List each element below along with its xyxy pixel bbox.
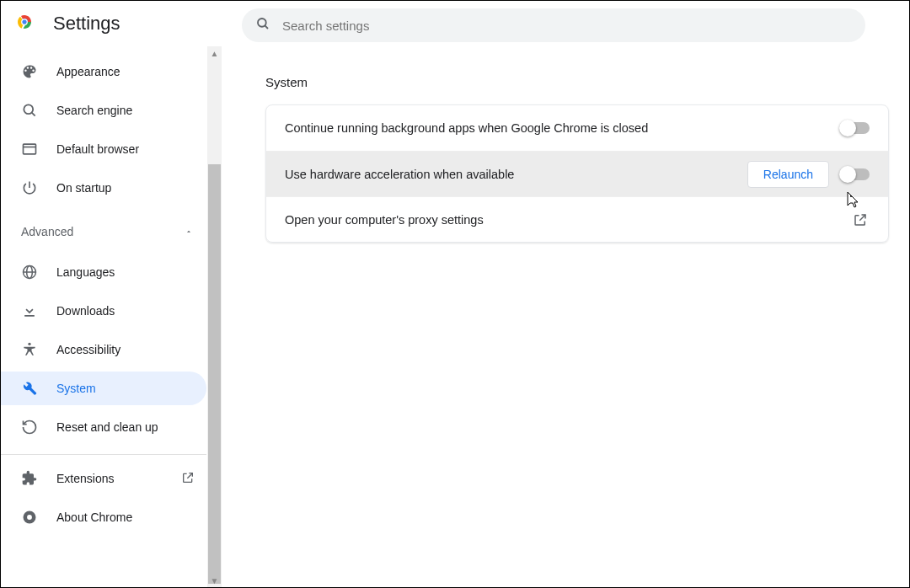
sidebar-section-label: Advanced <box>21 225 73 238</box>
toggle-background-apps[interactable] <box>841 122 870 134</box>
toggle-hardware-accel[interactable] <box>841 168 870 180</box>
scroll-up-icon[interactable]: ▲ <box>207 46 222 60</box>
svg-point-5 <box>24 104 33 114</box>
sidebar-item-appearance[interactable]: Appearance <box>1 55 206 88</box>
extension-icon <box>21 470 38 487</box>
scrollbar-thumb[interactable] <box>208 164 221 584</box>
sidebar-item-label: Search engine <box>56 104 132 117</box>
sidebar-item-label: Appearance <box>56 65 120 78</box>
chrome-logo-icon <box>14 12 35 35</box>
scroll-down-icon[interactable]: ▼ <box>207 574 222 587</box>
browser-icon <box>21 141 38 158</box>
settings-card: Continue running background apps when Go… <box>265 104 889 243</box>
sidebar-item-label: System <box>56 382 96 395</box>
sidebar-item-reset[interactable]: Reset and clean up <box>1 410 206 444</box>
chevron-up-icon <box>185 225 193 238</box>
search-icon <box>255 16 270 35</box>
section-title: System <box>265 75 889 89</box>
open-external-icon <box>181 471 195 487</box>
search-input[interactable] <box>282 19 852 33</box>
sidebar-item-accessibility[interactable]: Accessibility <box>1 333 206 366</box>
svg-line-4 <box>265 25 268 29</box>
sidebar-item-default-browser[interactable]: Default browser <box>1 132 206 166</box>
toggle-knob <box>839 120 856 136</box>
sidebar-scrollbar[interactable]: ▲ ▼ <box>207 46 222 587</box>
sidebar-item-extensions[interactable]: Extensions <box>1 462 206 495</box>
relaunch-button[interactable]: Relaunch <box>747 161 829 188</box>
search-icon <box>21 102 38 119</box>
row-hardware-accel: Use hardware acceleration when available… <box>266 151 888 196</box>
sidebar-item-languages[interactable]: Languages <box>1 255 206 289</box>
palette-icon <box>21 63 38 80</box>
wrench-icon <box>21 380 38 397</box>
toggle-knob <box>839 166 856 183</box>
svg-point-12 <box>28 343 30 345</box>
search-box[interactable] <box>242 8 865 42</box>
power-icon <box>21 179 38 196</box>
sidebar-divider <box>1 454 206 455</box>
sidebar-item-label: Languages <box>56 265 115 279</box>
row-label: Continue running background apps when Go… <box>285 121 829 135</box>
globe-icon <box>21 264 38 281</box>
sidebar-item-label: Accessibility <box>56 343 120 356</box>
sidebar-item-about[interactable]: About Chrome <box>1 500 206 534</box>
svg-point-3 <box>258 19 266 27</box>
sidebar-item-search-engine[interactable]: Search engine <box>1 94 206 127</box>
svg-line-6 <box>32 113 35 116</box>
sidebar-item-downloads[interactable]: Downloads <box>1 294 206 328</box>
open-external-icon <box>853 212 870 227</box>
row-label: Open your computer's proxy settings <box>285 213 841 227</box>
sidebar-item-label: Downloads <box>56 304 115 318</box>
sidebar-item-on-startup[interactable]: On startup <box>1 171 206 205</box>
accessibility-icon <box>21 341 38 358</box>
sidebar-item-system[interactable]: System <box>1 372 206 405</box>
row-background-apps: Continue running background apps when Go… <box>266 105 888 151</box>
svg-point-14 <box>27 515 32 520</box>
download-icon <box>21 302 38 319</box>
sidebar-item-label: About Chrome <box>56 510 132 524</box>
sidebar-section-advanced[interactable]: Advanced <box>1 215 210 249</box>
sidebar-item-label: Default browser <box>56 142 139 156</box>
restore-icon <box>21 419 38 436</box>
svg-rect-7 <box>24 144 36 154</box>
row-proxy-settings[interactable]: Open your computer's proxy settings <box>266 196 888 242</box>
page-title: Settings <box>53 13 120 35</box>
sidebar-item-label: On startup <box>56 181 111 195</box>
sidebar-item-label: Extensions <box>56 472 114 485</box>
row-label: Use hardware acceleration when available <box>285 168 736 181</box>
sidebar-item-label: Reset and clean up <box>56 420 158 434</box>
chrome-icon <box>21 509 38 526</box>
